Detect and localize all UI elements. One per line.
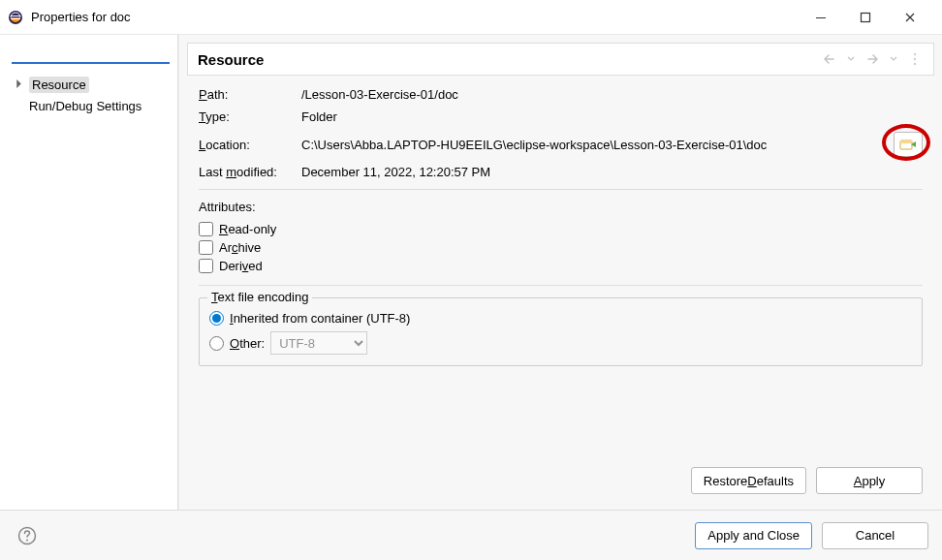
properties-panel: Resource Path: <box>178 35 942 510</box>
encoding-fieldset: Text file encoding Inherited from contai… <box>199 297 923 366</box>
derived-label: Derived <box>219 259 263 273</box>
tree-item-resource[interactable]: Resource <box>8 74 177 95</box>
other-radio[interactable] <box>209 336 224 351</box>
cancel-button[interactable]: Cancel <box>822 522 928 549</box>
encoding-legend: Text file encoding <box>207 290 312 304</box>
archive-label: Archive <box>219 240 261 255</box>
tree-item-label: Resource <box>29 77 89 93</box>
chevron-right-icon[interactable] <box>12 79 25 90</box>
svg-point-6 <box>914 58 916 60</box>
restore-defaults-button[interactable]: Restore Defaults <box>691 467 806 494</box>
derived-checkbox-row[interactable]: Derived <box>199 257 923 275</box>
titlebar: Properties for doc <box>0 0 942 35</box>
svg-point-5 <box>914 53 916 55</box>
path-label: Path: <box>199 87 294 102</box>
sidebar: Resource Run/Debug Settings <box>0 35 178 510</box>
svg-rect-9 <box>900 140 912 143</box>
inherited-radio[interactable] <box>209 311 224 326</box>
bottom-bar: Apply and Close Cancel <box>0 510 942 560</box>
type-label: Type: <box>199 109 294 124</box>
path-value: /Lesson-03-Exercise-01/doc <box>301 87 886 102</box>
archive-checkbox-row[interactable]: Archive <box>199 238 923 257</box>
last-modified-label: Last modified: <box>199 165 294 179</box>
type-value: Folder <box>301 109 886 124</box>
readonly-label: Read-only <box>219 222 276 236</box>
attributes-title: Attributes: <box>199 200 923 214</box>
location-value: C:\Users\Abba.LAPTOP-HU9EEILG\eclipse-wo… <box>301 138 886 152</box>
view-menu-icon[interactable] <box>906 50 924 68</box>
location-label: Location: <box>199 138 294 152</box>
svg-point-11 <box>26 539 28 541</box>
window-title: Properties for doc <box>31 10 799 24</box>
show-in-system-explorer-button[interactable] <box>894 132 923 157</box>
forward-dropdown-icon[interactable] <box>885 50 902 68</box>
svg-point-7 <box>914 63 916 65</box>
svg-rect-3 <box>816 17 826 18</box>
inherited-label: Inherited from container (UTF-8) <box>230 311 410 326</box>
other-label: Other: <box>230 336 265 351</box>
derived-checkbox[interactable] <box>199 259 213 273</box>
eclipse-icon <box>8 10 23 25</box>
inherited-radio-row[interactable]: Inherited from container (UTF-8) <box>209 308 912 328</box>
apply-button[interactable]: Apply <box>816 467 923 494</box>
help-button[interactable] <box>14 522 41 549</box>
svg-rect-1 <box>11 16 20 16</box>
panel-header: Resource <box>187 43 934 76</box>
maximize-button[interactable] <box>843 2 888 33</box>
forward-button[interactable] <box>864 50 881 68</box>
window-controls <box>799 2 932 33</box>
svg-rect-4 <box>862 13 870 21</box>
tree-item-label: Run/Debug Settings <box>29 99 141 113</box>
encoding-combo[interactable]: UTF-8 <box>270 331 367 355</box>
close-button[interactable] <box>888 2 932 33</box>
panel-inner-footer: Restore Defaults Apply <box>199 453 923 494</box>
filter-input[interactable] <box>12 41 170 64</box>
readonly-checkbox[interactable] <box>199 222 213 236</box>
minimize-button[interactable] <box>799 2 843 33</box>
svg-rect-2 <box>11 18 20 19</box>
other-radio-row[interactable]: Other: UTF-8 <box>209 328 912 358</box>
back-button[interactable] <box>821 50 838 68</box>
main-content: Resource Run/Debug Settings Resource <box>0 35 942 510</box>
panel-body: Path: /Lesson-03-Exercise-01/doc Type: F… <box>187 76 934 502</box>
back-dropdown-icon[interactable] <box>842 50 860 68</box>
apply-and-close-button[interactable]: Apply and Close <box>695 522 812 549</box>
archive-checkbox[interactable] <box>199 240 213 255</box>
last-modified-value: December 11, 2022, 12:20:57 PM <box>301 165 886 179</box>
tree-item-run-debug[interactable]: Run/Debug Settings <box>8 95 177 116</box>
panel-heading: Resource <box>198 51 264 68</box>
readonly-checkbox-row[interactable]: Read-only <box>199 220 923 238</box>
info-grid: Path: /Lesson-03-Exercise-01/doc Type: F… <box>199 87 923 190</box>
category-tree: Resource Run/Debug Settings <box>0 70 177 116</box>
attributes-section: Attributes: Read-only Archive Derived <box>199 190 923 286</box>
